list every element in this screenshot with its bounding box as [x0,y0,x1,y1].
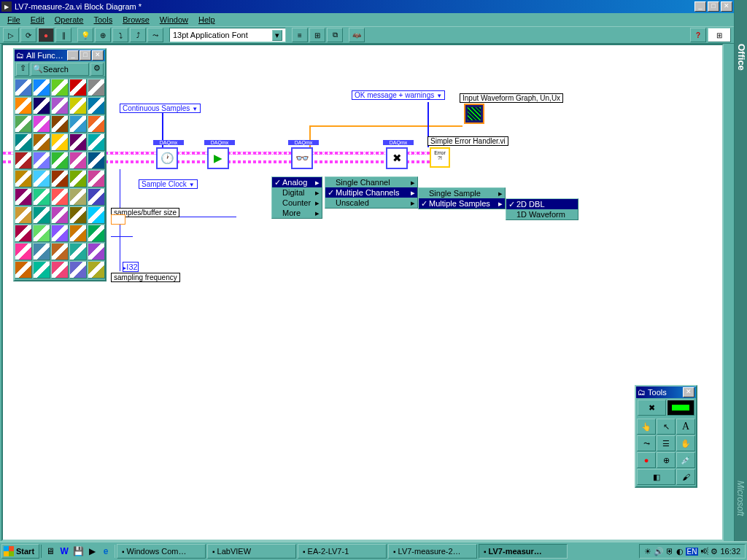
daq-timing-node[interactable]: 🕐 [156,147,178,169]
palette-icon[interactable] [88,133,105,151]
brush-tool-icon[interactable]: 🖌 [676,469,695,485]
palette-icon[interactable] [88,261,105,279]
palette-icon[interactable] [88,206,105,224]
menu-item[interactable]: ✓Multiple Samples▸ [419,198,505,209]
palette-titlebar[interactable]: 🗂 All Func… _□✕ [15,50,105,61]
menu-tool-icon[interactable]: ☰ [657,435,676,451]
quick-desktop-icon[interactable]: 🖥 [44,545,57,558]
context-menu-4[interactable]: ✓2D DBL1D Waveform [506,198,578,220]
palette-up-button[interactable]: ⇧ [16,63,29,76]
start-button[interactable]: Start [1,544,39,559]
palette-icon[interactable] [88,97,105,114]
tools-palette[interactable]: 🗂 Tools ✕ ✖ 👆 ↖ A ⤳ ☰ ✋ ● ⊕ 💉 ◧ 🖌 [635,385,697,488]
palette-icon[interactable] [15,188,32,206]
palette-icon[interactable] [15,170,32,187]
palette-icon[interactable] [15,225,32,242]
operate-tool-icon[interactable]: 👆 [637,419,656,435]
palette-icon[interactable] [69,133,87,151]
i32-terminal[interactable]: ▸I32 [123,262,139,272]
taskbar-task[interactable]: ▪LabVIEW [207,544,296,559]
taskbar-task[interactable]: ▪LV7-measur… [479,544,568,559]
palette-icon[interactable] [33,115,50,133]
tools-close[interactable]: ✕ [683,387,694,397]
run-button[interactable]: ▷ [3,28,19,42]
palette-icon[interactable] [15,152,32,169]
font-select[interactable]: 13pt Application Font▾ [169,28,286,42]
vi-icon[interactable]: ⊞ [708,28,731,42]
quick-save-icon[interactable]: 💾 [71,545,85,558]
step-out-button[interactable]: ⤳ [147,28,163,42]
palette-icon[interactable] [51,79,69,96]
tray-icon[interactable]: ⛨ [666,547,674,556]
palette-icon[interactable] [51,97,69,114]
color-tool-icon[interactable]: ◧ [637,469,676,485]
palette-icon[interactable] [33,188,50,206]
palette-icon[interactable] [33,170,50,187]
palette-icon[interactable] [51,261,69,279]
palette-icon[interactable] [51,115,69,133]
palette-icon[interactable] [33,97,50,114]
quick-word-icon[interactable]: W [58,545,71,558]
palette-icon[interactable] [51,152,69,169]
menu-tools[interactable]: Tools [89,15,117,25]
block-diagram-canvas[interactable]: Continuous Samples Sample Clock samples/… [1,44,724,541]
cleanup-button[interactable]: 🦇 [349,28,365,42]
palette-icon[interactable] [33,206,50,224]
palette-icon[interactable] [69,261,87,279]
palette-icon[interactable] [51,206,69,224]
distribute-button[interactable]: ⊞ [309,28,325,42]
taskbar-task[interactable]: ▪Windows Com… [117,544,206,559]
palette-icon[interactable] [33,261,50,279]
quick-wmp-icon[interactable]: ▶ [85,545,98,558]
abort-button[interactable]: ● [38,28,54,42]
tray-icon[interactable]: ◐ [676,547,684,556]
menu-item[interactable]: Single Channel▸ [325,177,417,187]
palette-icon[interactable] [51,243,69,260]
palette-icon[interactable] [88,188,105,206]
menu-item[interactable]: ✓2D DBL [506,199,578,209]
palette-icon[interactable] [51,133,69,151]
menu-window[interactable]: Window [155,15,193,25]
daq-clear-node[interactable]: ✖ [386,147,408,169]
palette-icon[interactable] [69,115,87,133]
menu-item[interactable]: ✓Analog▸ [272,177,322,187]
palette-icon[interactable] [15,115,32,133]
tray-icon[interactable]: ⚙ [711,547,718,556]
menu-edit[interactable]: Edit [26,15,49,25]
palette-min[interactable]: _ [67,50,79,61]
step-over-button[interactable]: ⤴ [130,28,146,42]
menu-bar[interactable]: File Edit Operate Tools Browse Window He… [0,13,734,26]
palette-icon[interactable] [69,188,87,206]
text-tool-icon[interactable]: A [676,419,695,435]
tray-icon[interactable]: 🕬 [700,547,708,556]
menu-item[interactable]: More▸ [272,208,322,218]
palette-icon[interactable] [88,170,105,187]
palette-icon[interactable] [15,79,32,96]
palette-icon[interactable] [88,115,105,133]
palette-icon[interactable] [33,225,50,242]
daq-start-node[interactable]: ▶ [207,147,229,169]
color-copy-tool-icon[interactable]: 💉 [676,452,695,468]
buffer-terminal[interactable] [111,214,125,225]
menu-item[interactable]: Unscaled▸ [325,198,417,208]
quick-ie-icon[interactable]: e [99,545,112,558]
minimize-button[interactable]: _ [694,1,706,12]
scroll-tool-icon[interactable]: ✋ [676,435,695,451]
palette-icon[interactable] [15,261,32,279]
palette-max[interactable]: □ [80,50,91,61]
palette-icon[interactable] [15,97,32,114]
context-menu-2[interactable]: Single Channel▸✓Multiple Channels▸Unscal… [325,176,418,209]
palette-icon[interactable] [69,243,87,260]
run-cont-button[interactable]: ⟳ [20,28,36,42]
menu-item[interactable]: Counter▸ [272,198,322,208]
taskbar-task[interactable]: ▪LV7-measure-2… [388,544,477,559]
reorder-button[interactable]: ⧉ [327,28,343,42]
palette-icon[interactable] [15,206,32,224]
daq-read-node[interactable]: 👓 [291,147,313,169]
menu-item[interactable]: Digital▸ [272,187,322,198]
menu-file[interactable]: File [3,15,25,25]
palette-icon[interactable] [88,243,105,260]
menu-operate[interactable]: Operate [50,15,88,25]
highlight-button[interactable]: 💡 [77,28,93,42]
language-indicator[interactable]: EN [686,548,699,556]
